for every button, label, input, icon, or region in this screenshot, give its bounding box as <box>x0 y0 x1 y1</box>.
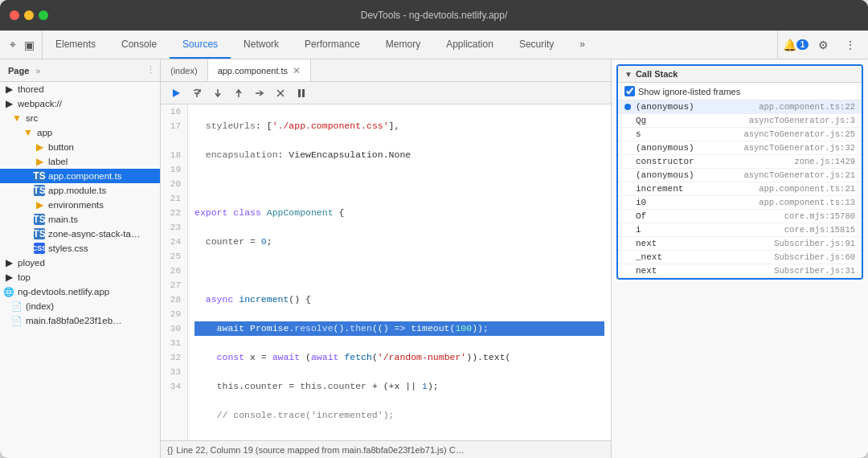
func-name: Qg <box>624 116 749 125</box>
sidebar-item-app[interactable]: ▼ app <box>0 125 160 140</box>
call-stack-title: Call Stack <box>636 69 678 79</box>
code-tab-index[interactable]: (index) <box>161 59 208 81</box>
file-ref: Subscriber.js:91 <box>774 239 855 248</box>
sidebar-item-index[interactable]: 📄 (index) <box>0 299 160 313</box>
call-item-10[interactable]: next Subscriber.js:91 <box>618 237 862 251</box>
main-toolbar: ⌖ ▣ Elements Console Sources Network Per… <box>0 31 868 59</box>
file-ref: Subscriber.js:31 <box>774 266 855 276</box>
code-tab-label: app.component.ts <box>218 66 288 76</box>
tab-performance[interactable]: Performance <box>292 31 373 59</box>
sidebar-item-app-component-ts[interactable]: TS app.component.ts <box>0 169 160 183</box>
func-name: s <box>624 129 743 139</box>
sidebar-more-icon[interactable]: » <box>35 66 40 76</box>
step-over-button[interactable] <box>188 84 206 102</box>
func-name: increment <box>624 184 759 194</box>
func-name: (anonymous) <box>624 170 743 180</box>
ts-file-icon: TS <box>34 228 45 239</box>
resume-button[interactable] <box>167 84 185 102</box>
device-icon[interactable]: ▣ <box>23 39 35 51</box>
tab-memory[interactable]: Memory <box>373 31 433 59</box>
func-name: Of <box>624 211 784 221</box>
step-button[interactable] <box>251 84 268 102</box>
sidebar-item-label: src <box>26 113 38 123</box>
sidebar-item-src[interactable]: ▼ src <box>0 111 160 125</box>
call-item-7[interactable]: i0 app.component.ts:13 <box>618 196 862 210</box>
toolbar-right: 🔔 1 ⚙ ⋮ <box>777 31 868 59</box>
right-panel: ▼ Call Stack Show ignore-listed frames (… <box>611 59 868 458</box>
sidebar-item-button[interactable]: ▶ button <box>0 140 160 154</box>
code-text[interactable]: styleUrls: ['./app.component.css'], enca… <box>188 104 611 440</box>
close-tab-icon[interactable]: ✕ <box>293 65 301 76</box>
svg-rect-9 <box>302 89 305 97</box>
sidebar-item-label: ng-devtools.netlify.app <box>18 287 109 296</box>
call-item-6[interactable]: increment app.component.ts:21 <box>618 182 862 196</box>
status-bar-text: Line 22, Column 19 (source mapped from m… <box>176 445 464 455</box>
code-line-21: async increment() { <box>194 292 604 307</box>
close-button[interactable] <box>10 10 19 20</box>
more-menu-button[interactable]: ⋮ <box>839 34 862 56</box>
sidebar-item-ng-devtools[interactable]: 🌐 ng-devtools.netlify.app <box>0 284 160 299</box>
ts-file-icon: TS <box>34 214 45 225</box>
sidebar-item-top[interactable]: ▶ top <box>0 270 160 284</box>
tab-elements[interactable]: Elements <box>43 31 108 59</box>
section-collapse-icon[interactable]: ▼ <box>624 70 633 79</box>
call-item-4[interactable]: constructor zone.js:1429 <box>618 155 862 169</box>
sidebar-item-environments[interactable]: ▶ environments <box>0 198 160 212</box>
code-tab-app-component[interactable]: app.component.ts ✕ <box>208 59 311 81</box>
sidebar-item-app-module-ts[interactable]: TS app.module.ts <box>0 183 160 198</box>
step-into-button[interactable] <box>209 84 227 102</box>
call-item-11[interactable]: _next Subscriber.js:60 <box>618 251 862 264</box>
show-ignore-checkbox[interactable] <box>624 86 635 96</box>
code-body[interactable]: 16 17 18 19 20 21 22 23 24 25 26 27 28 <box>161 104 611 440</box>
tab-more[interactable]: » <box>567 31 598 59</box>
tab-console[interactable]: Console <box>108 31 170 59</box>
maximize-button[interactable] <box>39 10 48 20</box>
sidebar-item-webpack[interactable]: ▶ webpack:// <box>0 96 160 111</box>
sidebar-item-thored[interactable]: ▶ thored <box>0 82 160 96</box>
file-ref: zone.js:1429 <box>794 157 855 166</box>
call-item-9[interactable]: i core.mjs:15815 <box>618 223 862 237</box>
func-name: (anonymous) <box>636 102 759 112</box>
file-ref: asyncToGenerator.js:25 <box>743 129 855 139</box>
call-item-2[interactable]: s asyncToGenerator.js:25 <box>618 128 862 141</box>
tab-sources[interactable]: Sources <box>170 31 231 59</box>
debug-toolbar <box>161 82 611 104</box>
window-title: DevTools - ng-devtools.netlify.app/ <box>361 10 508 21</box>
traffic-lights <box>10 10 48 20</box>
cursor-icon[interactable]: ⌖ <box>6 39 19 51</box>
show-ignore-label: Show ignore-listed frames <box>638 87 740 96</box>
file-ref: app.component.ts:13 <box>759 198 855 207</box>
tab-security[interactable]: Security <box>506 31 567 59</box>
call-stack-items: (anonymous) app.component.ts:22 Qg async… <box>618 100 862 278</box>
call-item-12[interactable]: next Subscriber.js:31 <box>618 264 862 278</box>
sidebar-item-label: styles.css <box>48 243 88 253</box>
sidebar-item-ployed[interactable]: ▶ ployed <box>0 256 160 270</box>
call-item-1[interactable]: Qg asyncToGenerator.js:3 <box>618 114 862 128</box>
tab-network[interactable]: Network <box>231 31 292 59</box>
sidebar-item-label-folder[interactable]: ▶ label <box>0 154 160 169</box>
sidebar-item-styles-css[interactable]: CSS styles.css <box>0 241 160 256</box>
sidebar-menu-icon[interactable]: ⋮ <box>146 65 155 76</box>
pause-on-exception-button[interactable] <box>293 84 310 102</box>
call-item-3[interactable]: (anonymous) asyncToGenerator.js:32 <box>618 141 862 155</box>
active-frame-dot <box>624 104 631 110</box>
minimize-button[interactable] <box>24 10 34 20</box>
sidebar-item-label: main.fa8bfa0e23f1eb… <box>26 316 122 325</box>
code-line-22: await Promise.resolve().then(() => timeo… <box>194 321 604 336</box>
call-item-8[interactable]: Of core.mjs:15780 <box>618 210 862 223</box>
code-line-23: const x = await (await fetch('/random-nu… <box>194 350 604 365</box>
notifications-button[interactable]: 🔔 1 <box>784 34 807 56</box>
folder-icon: ▼ <box>23 127 34 138</box>
sidebar-item-main-ts[interactable]: TS main.ts <box>0 212 160 227</box>
call-item-0[interactable]: (anonymous) app.component.ts:22 <box>618 100 862 114</box>
call-item-5[interactable]: (anonymous) asyncToGenerator.js:21 <box>618 169 862 182</box>
sidebar-item-zone-async[interactable]: TS zone-async-stack-ta… <box>0 227 160 241</box>
step-out-button[interactable] <box>230 84 248 102</box>
tab-application[interactable]: Application <box>433 31 506 59</box>
sidebar-item-label: label <box>48 157 68 166</box>
file-ref: asyncToGenerator.js:32 <box>743 143 855 153</box>
func-name: _next <box>624 252 774 262</box>
deactivate-breakpoints-button[interactable] <box>272 84 289 102</box>
settings-button[interactable]: ⚙ <box>812 34 834 56</box>
sidebar-item-main-bundle[interactable]: 📄 main.fa8bfa0e23f1eb… <box>0 313 160 328</box>
